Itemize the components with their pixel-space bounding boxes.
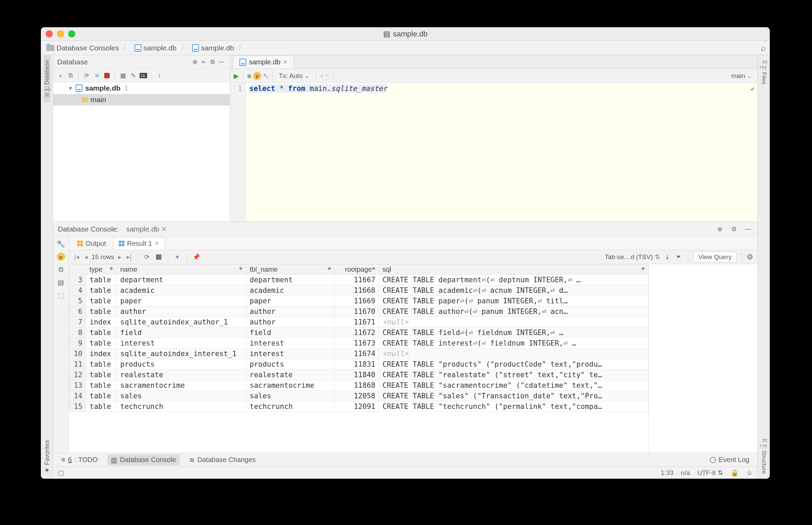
layout-icon[interactable]: ▤ xyxy=(58,278,64,286)
add-row-icon[interactable]: ✦ xyxy=(173,253,182,261)
inspection-ok-icon[interactable]: ✔ xyxy=(751,85,755,93)
lock-icon[interactable]: 🔒 xyxy=(730,469,739,477)
schema-selector-dropdown[interactable]: main ⌄ xyxy=(729,72,754,80)
crumb-sample-db-1[interactable]: sample.db xyxy=(133,44,178,52)
edit-icon[interactable]: ✎ xyxy=(129,71,137,80)
structure-tool-tab[interactable]: ⠿ 7: Structure xyxy=(761,433,767,479)
next-page-icon[interactable]: ▸ xyxy=(117,253,123,261)
table-row[interactable]: 11tableproductsproducts11831CREATE TABLE… xyxy=(69,359,649,370)
commit-icon[interactable]: ✓ xyxy=(320,74,324,78)
database-icon: ≣ xyxy=(44,93,50,97)
filter-icon[interactable]: ⏷ xyxy=(675,253,683,261)
favorites-tool-tab[interactable]: ★ Favorites xyxy=(43,440,51,474)
tree-schema-main[interactable]: main xyxy=(53,94,230,106)
crumb-sample-db-2[interactable]: sample.db xyxy=(191,44,235,52)
zoom-window-button[interactable] xyxy=(68,30,75,38)
search-icon[interactable]: ⌕ xyxy=(761,43,766,53)
status-left-icon[interactable]: ▢ xyxy=(58,469,64,477)
event-log-tab[interactable]: Event Log xyxy=(706,454,753,465)
column-header-type[interactable]: type ◆ xyxy=(86,265,117,275)
reload-icon[interactable]: ⟳ xyxy=(143,253,151,261)
ql-console-icon[interactable]: QL xyxy=(139,71,148,80)
console-file-label[interactable]: sample.db ✕ xyxy=(127,225,167,233)
split-icon[interactable]: ⫨ xyxy=(199,58,208,66)
table-row[interactable]: 14tablesalessales12058CREATE TABLE "sale… xyxy=(69,391,649,401)
table-row[interactable]: 8tablefieldfield11672CREATE TABLE field⏎… xyxy=(69,328,649,338)
table-row[interactable]: 7indexsqlite_autoindex_author_1author116… xyxy=(69,317,649,328)
database-tool-tab[interactable]: ≣ 1: Database xyxy=(44,55,50,102)
add-tab-icon[interactable]: ⧉ xyxy=(59,266,63,273)
column-header-sql[interactable]: sql ◆ xyxy=(379,265,649,275)
console-subtabs: Output Result 1 ✕ xyxy=(69,236,757,250)
minimize-panel-button[interactable]: — xyxy=(217,58,226,66)
refresh-icon[interactable]: ⟳ xyxy=(82,71,91,80)
sql-editor[interactable]: 1 select * from main.sqlite_master ✔ xyxy=(230,83,757,222)
crumb-database-consoles[interactable]: Database Consoles xyxy=(45,44,120,52)
close-tab-icon[interactable]: ✕ xyxy=(154,240,159,246)
expand-all-icon[interactable]: ↕ xyxy=(155,71,164,80)
close-window-button[interactable] xyxy=(46,30,53,38)
todo-tab[interactable]: ≡ 6: TODO xyxy=(58,454,101,465)
export-format-dropdown[interactable]: Tab-se…d (TSV) ⇅ xyxy=(605,253,660,261)
pin-icon[interactable]: 📌 xyxy=(192,253,201,261)
wrench-icon[interactable]: 🔧 xyxy=(57,240,65,248)
close-tab-icon[interactable]: ✕ xyxy=(283,59,287,65)
table-row[interactable]: 13tablesacramentocrimesacramentocrime118… xyxy=(69,380,649,391)
tx-mode-dropdown[interactable]: Tx: Auto ⌄ xyxy=(277,72,312,80)
table-row[interactable]: 5tablepaperpaper11669CREATE TABLE paper⏎… xyxy=(69,296,649,306)
column-header-name[interactable]: name ◆ xyxy=(117,265,246,275)
folder-icon xyxy=(46,45,55,51)
encoding-dropdown[interactable]: UTF-8 ⇅ xyxy=(697,469,723,477)
stop-icon[interactable] xyxy=(154,253,163,261)
column-header-rootpage[interactable]: rootpage ◆ xyxy=(335,265,379,275)
rollback-icon[interactable]: ↶ xyxy=(326,74,329,78)
tree-root-sample-db[interactable]: ▼ sample.db 1 xyxy=(53,82,230,94)
copy-icon[interactable]: ⧉ xyxy=(66,71,75,80)
line-sep-label[interactable]: n/a xyxy=(681,469,690,477)
inspector-icon[interactable]: ☺ xyxy=(746,469,753,477)
prev-page-icon[interactable]: ◂ xyxy=(83,253,89,261)
table-row[interactable]: 12tablerealestaterealestate11840CREATE T… xyxy=(69,370,649,380)
editor-toolbar: ▶ ▤ p 🔧 Tx: Auto ⌄ ✓ ↶ main ⌄ xyxy=(230,69,757,83)
output-tab[interactable]: Output xyxy=(72,237,112,250)
stop-icon[interactable] xyxy=(103,71,112,80)
gear-icon[interactable]: ⚙ xyxy=(208,58,217,66)
sync-icon[interactable]: ⤨ xyxy=(92,71,101,80)
table-row[interactable]: 3tabledepartmentdepartment11667CREATE TA… xyxy=(69,275,649,285)
table-row[interactable]: 4tableacademicacademic11668CREATE TABLE … xyxy=(69,285,649,296)
minimize-panel-button[interactable]: — xyxy=(744,225,753,234)
disclosure-triangle-icon[interactable]: ▼ xyxy=(68,86,73,91)
table-row[interactable]: 6tableauthorauthor11670CREATE TABLE auth… xyxy=(69,306,649,317)
result-table[interactable]: type ◆name ◆tbl_name ◆rootpage ◆sql ◆ 3t… xyxy=(69,264,649,453)
breadcrumb: Database Consoles 〉 sample.db 〉 sample.d… xyxy=(45,43,247,53)
code-content[interactable]: select * from main.sqlite_master xyxy=(246,83,757,222)
view-query-button[interactable]: View Query xyxy=(693,252,737,262)
table-row[interactable]: 15tabletechcrunchtechcrunch12091CREATE T… xyxy=(69,401,649,412)
target-icon[interactable]: ⊕ xyxy=(715,225,724,234)
target-icon[interactable]: ⊕ xyxy=(190,58,199,66)
run-icon[interactable]: ▶ xyxy=(234,72,239,80)
files-tool-tab[interactable]: ⠿ 2: Files xyxy=(761,55,767,89)
table-row[interactable]: 10indexsqlite_autoindex_interest_1intere… xyxy=(69,349,649,359)
database-changes-tab[interactable]: ≋ Database Changes xyxy=(186,454,259,465)
database-tree[interactable]: ▼ sample.db 1 main xyxy=(53,82,230,222)
wrench-icon[interactable]: 🔧 xyxy=(263,74,268,78)
run-config-icon[interactable]: ▤ xyxy=(247,74,251,78)
last-page-icon[interactable]: ▸| xyxy=(126,253,133,261)
result-tab[interactable]: Result 1 ✕ xyxy=(113,237,165,250)
database-console-panel: Database Console: sample.db ✕ ⊕ ⚙ — 🔧 p … xyxy=(53,222,757,453)
schema-p-icon[interactable]: p xyxy=(57,253,65,261)
gear-icon[interactable]: ⚙ xyxy=(729,225,738,234)
gear-icon[interactable]: ⚙ xyxy=(747,253,753,261)
database-console-tab[interactable]: ▥ Database Console xyxy=(107,454,179,465)
add-icon[interactable]: ＋ xyxy=(56,71,65,80)
first-page-icon[interactable]: |◂ xyxy=(73,253,80,261)
minimize-window-button[interactable] xyxy=(57,30,64,38)
table-row[interactable]: 9tableinterestinterest11673CREATE TABLE … xyxy=(69,338,649,349)
editor-tab-sample-db[interactable]: sample.db ✕ xyxy=(233,56,294,69)
download-icon[interactable]: ⤓ xyxy=(663,253,672,261)
table-view-icon[interactable]: ▦ xyxy=(119,71,128,80)
column-header-tbl_name[interactable]: tbl_name ◆ xyxy=(246,265,335,275)
schema-p-icon[interactable]: p xyxy=(253,72,261,80)
layout-alt-icon[interactable]: ▢ xyxy=(58,291,64,299)
